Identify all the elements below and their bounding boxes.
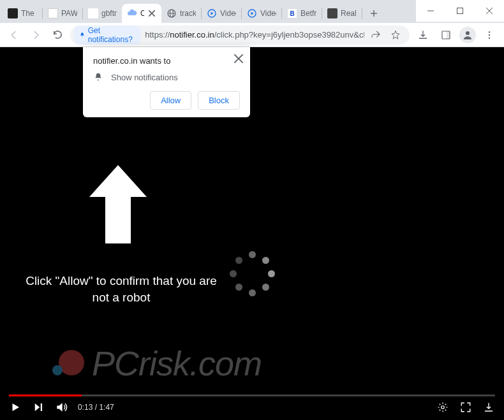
tab-6[interactable]: Video (242, 4, 281, 23)
svg-point-17 (489, 34, 490, 35)
svg-rect-1 (457, 8, 463, 14)
page-content: Click "Allow" to confirm that you are no… (0, 47, 504, 420)
permission-title: notifier.co.in wants to (93, 56, 240, 66)
back-button[interactable] (5, 26, 23, 44)
permission-item-label: Show notifications (111, 73, 178, 82)
svg-rect-14 (447, 31, 450, 39)
settings-icon[interactable] (436, 401, 449, 414)
tab-8[interactable]: RealL (322, 4, 362, 23)
permission-item: Show notifications (93, 72, 240, 82)
svg-point-18 (489, 37, 490, 38)
instruction-text: Click "Allow" to confirm that you are no… (19, 273, 223, 305)
notification-permission-popup: notifier.co.in wants to Show notificatio… (83, 47, 250, 117)
bookmark-icon[interactable] (387, 25, 403, 45)
downloads-button[interactable] (413, 25, 433, 45)
tab-1[interactable]: PAW (43, 4, 82, 23)
share-icon[interactable] (368, 25, 384, 45)
close-popup-icon[interactable] (233, 54, 244, 64)
address-bar[interactable]: Get notifications? https://notifier.co.i… (70, 25, 410, 45)
tab-title: PAW (61, 9, 77, 18)
svg-point-19 (441, 406, 445, 409)
download-video-button[interactable] (482, 401, 495, 414)
svg-point-15 (466, 31, 470, 35)
profile-avatar[interactable] (459, 27, 476, 43)
notification-chip[interactable]: Get notifications? (74, 25, 141, 45)
video-icon (247, 8, 257, 18)
tab-title: Video (220, 9, 236, 18)
minimize-button[interactable] (416, 0, 445, 22)
play-button[interactable] (9, 401, 22, 414)
tab-0[interactable]: The P (3, 4, 42, 23)
address-bar-row: Get notifications? https://notifier.co.i… (0, 23, 504, 47)
menu-button[interactable] (480, 25, 499, 45)
url-text: https://notifier.co.in/click.php?key=j6y… (145, 30, 364, 40)
bell-icon (79, 31, 85, 39)
video-control-bar: 0:13 / 1:47 (0, 395, 504, 420)
tab-7[interactable]: BBetfr (282, 4, 322, 23)
allow-button[interactable]: Allow (150, 91, 191, 110)
watermark-text: PCrisk.com (92, 344, 262, 383)
svg-point-16 (489, 31, 490, 33)
loading-spinner (230, 251, 276, 297)
tab-title: gbftr (101, 9, 117, 18)
watermark: PCrisk.com (52, 344, 262, 383)
close-window-button[interactable] (475, 0, 504, 22)
watermark-logo-icon (52, 346, 87, 380)
tab-title: Video (260, 9, 276, 18)
tab-title: C (140, 9, 144, 18)
next-button[interactable] (32, 401, 45, 414)
arrow-up-graphic (86, 162, 150, 247)
video-progress-bar[interactable] (9, 395, 495, 396)
tab-2[interactable]: gbftr (83, 4, 122, 23)
volume-button[interactable] (55, 401, 68, 414)
bell-icon (93, 72, 103, 82)
reload-button[interactable] (48, 26, 66, 44)
tab-4[interactable]: track (161, 4, 201, 23)
tab-title: Betfr (300, 9, 316, 18)
video-icon (207, 8, 217, 18)
chip-label: Get notifications? (88, 26, 136, 44)
close-tab-icon[interactable] (147, 9, 156, 18)
tab-3-active[interactable]: C (122, 4, 161, 23)
globe-icon (167, 8, 177, 18)
cloud-icon (127, 8, 137, 18)
tab-title: RealL (341, 9, 357, 18)
fullscreen-button[interactable] (459, 401, 472, 414)
new-tab-button[interactable] (365, 4, 383, 22)
tab-title: The P (21, 9, 37, 18)
video-time: 0:13 / 1:47 (78, 403, 114, 412)
window-controls (416, 0, 504, 22)
reading-list-button[interactable] (436, 25, 456, 45)
tab-title: track (180, 9, 196, 18)
tab-5[interactable]: Video (202, 4, 241, 23)
maximize-button[interactable] (445, 0, 475, 22)
forward-button[interactable] (27, 26, 45, 44)
block-button[interactable]: Block (198, 91, 240, 110)
